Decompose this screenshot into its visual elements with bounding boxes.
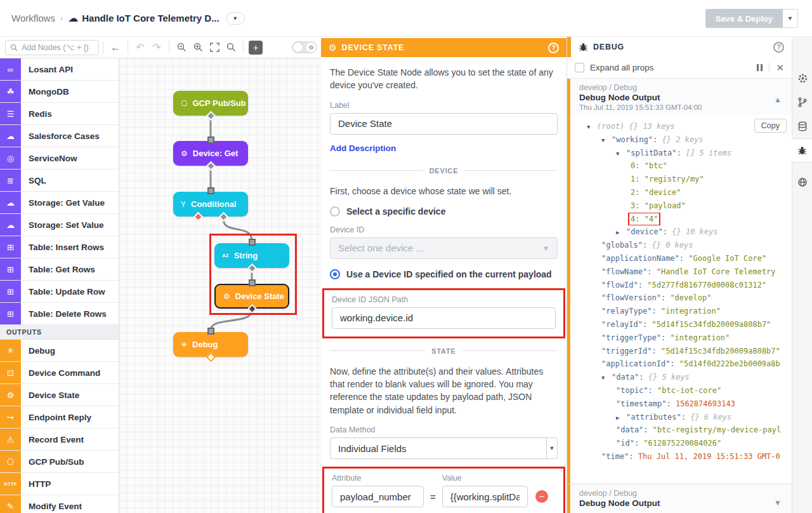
zoom-in-button[interactable] — [190, 39, 206, 56]
value-input[interactable] — [442, 486, 528, 507]
breadcrumb-workflows-link[interactable]: Workflows — [11, 13, 55, 23]
radio-icon[interactable] — [330, 206, 340, 217]
sidebar-item-device-command[interactable]: ⊡Device Command — [0, 362, 119, 384]
help-icon[interactable]: ? — [773, 42, 784, 53]
input-port[interactable] — [207, 137, 214, 143]
gear-icon: ⚙ — [306, 43, 316, 52]
sidebar-item-table-insert-rows[interactable]: ⊞Table: Insert Rows — [0, 236, 119, 258]
sidebar-item-label: Record Event — [21, 429, 84, 450]
copy-button[interactable]: Copy — [754, 119, 787, 133]
device-state-inspector: ⚙ DEVICE STATE ? The Device State Node a… — [321, 37, 567, 513]
expand-triangle-icon[interactable]: ▶ — [616, 411, 626, 424]
salesforce-cases-icon: ☁ — [0, 125, 21, 147]
sidebar-item-salesforce-cases[interactable]: ☁Salesforce Cases — [0, 125, 119, 147]
table-delete-rows-icon: ⊞ — [0, 303, 21, 324]
expand-caret-icon[interactable]: ▼ — [774, 498, 782, 507]
input-port[interactable] — [207, 328, 214, 335]
data-method-select[interactable]: Individual Fields ▼ — [330, 437, 558, 459]
json-tree-line[interactable]: ▼"working": {} 2 keys — [570, 133, 792, 147]
attribute-input[interactable] — [332, 486, 424, 507]
json-tree-line[interactable]: ▼"data": {} 5 keys — [570, 371, 792, 384]
undo-button[interactable]: ↶ — [132, 39, 148, 56]
input-port[interactable] — [207, 187, 214, 194]
sidebar-item-table-delete-rows[interactable]: ⊞Table: Delete Rows — [0, 303, 119, 325]
label-input[interactable] — [330, 113, 558, 135]
radio-device-id-payload[interactable]: Use a Device ID specified on the current… — [330, 269, 558, 279]
sidebar-item-losant-api[interactable]: ∞Losant API — [0, 58, 119, 81]
add-description-link[interactable]: Add Description — [330, 143, 396, 153]
sidebar-item-label: Table: Insert Rows — [21, 236, 104, 258]
save-deploy-caret-button[interactable]: ▼ — [783, 9, 798, 28]
expand-all-props-checkbox[interactable] — [575, 63, 584, 72]
sidebar-item-mongodb[interactable]: ☘MongoDB — [0, 81, 119, 103]
sidebar-item-gcp-pub-sub[interactable]: ⎔GCP Pub/Sub — [0, 451, 119, 473]
debug-message-header[interactable]: develop / Debug Debug Node Output Thu Ju… — [570, 79, 792, 115]
database-icon — [797, 121, 808, 131]
device-command-icon: ⊡ — [0, 362, 21, 383]
radio-select-specific-device[interactable]: Select a specific device — [330, 206, 558, 217]
close-icon[interactable]: ✕ — [776, 63, 784, 72]
sidebar-item-http[interactable]: HTTPHTTP — [0, 473, 119, 495]
gcp-pubsub-node-icon: ⎔ — [181, 99, 187, 108]
sidebar-item-table-get-rows[interactable]: ⊞Table: Get Rows — [0, 258, 119, 281]
sidebar-item-servicenow[interactable]: ◎ServiceNow — [0, 147, 119, 170]
add-nodes-search-input[interactable]: Add Nodes (⌥ + [) — [5, 40, 99, 55]
workflow-menu-button[interactable]: ▼ — [226, 12, 245, 25]
storage-tab[interactable] — [792, 114, 812, 138]
sidebar-item-storage-get-value[interactable]: ☁Storage: Get Value — [0, 192, 119, 214]
value-label: Value — [442, 474, 528, 483]
debug-message-collapsed[interactable]: develop / Debug Debug Node Output ▼ — [567, 484, 792, 513]
collapse-caret-icon[interactable]: ▲ — [774, 95, 782, 104]
find-node-button[interactable] — [223, 39, 239, 56]
radio-selected-icon[interactable] — [330, 269, 340, 279]
sidebar-item-sql[interactable]: ≣SQL — [0, 170, 119, 192]
collapse-palette-button[interactable]: ← — [107, 39, 124, 56]
collapse-triangle-icon[interactable]: ▼ — [587, 121, 597, 133]
debug-node-icon: ✳ — [181, 340, 187, 349]
conditional-node[interactable]: YConditional — [173, 192, 248, 217]
debug-mode-toggle[interactable]: ⚙ — [292, 41, 317, 53]
workflow-title: Handle IoT Core Telemetry D... — [82, 13, 219, 23]
settings-tab[interactable] — [792, 66, 812, 90]
device-id-json-path-input[interactable] — [332, 307, 556, 329]
sidebar-item-modify-event[interactable]: ✎Modify Event — [0, 495, 119, 513]
fit-to-screen-button[interactable] — [206, 39, 223, 56]
record-event-icon: ⚠ — [0, 429, 21, 450]
pause-icon[interactable] — [757, 64, 763, 71]
redo-button[interactable]: ↷ — [148, 39, 165, 56]
collapse-triangle-icon[interactable]: ▼ — [601, 371, 612, 384]
debug-tab[interactable] — [792, 138, 812, 163]
remove-attribute-button[interactable]: − — [535, 490, 548, 503]
globe-tab[interactable] — [792, 170, 812, 194]
workflow-canvas[interactable]: ⎔GCP Pub/Sub⚙Device: GetYConditionalAZSt… — [119, 58, 321, 513]
json-tree-line[interactable]: ▶"device": {} 10 keys — [570, 225, 792, 239]
node-palette: ∞Losant API☘MongoDB☰Redis☁Salesforce Cas… — [0, 58, 119, 513]
sidebar-item-label: Table: Update Row — [21, 281, 105, 302]
equals-sign: = — [430, 491, 436, 502]
sidebar-item-endpoint-reply[interactable]: ↪Endpoint Reply — [0, 406, 119, 429]
zoom-out-button[interactable] — [173, 39, 190, 56]
sidebar-item-debug[interactable]: ✳Debug — [0, 340, 119, 362]
collapse-triangle-icon[interactable]: ▼ — [601, 134, 612, 147]
help-icon[interactable]: ? — [548, 43, 559, 53]
collapse-triangle-icon[interactable]: ▼ — [616, 147, 626, 160]
add-annotation-button[interactable]: + — [249, 41, 263, 55]
json-tree-line[interactable]: ▼"splitData": [] 5 items — [570, 147, 792, 160]
sidebar-item-storage-set-value[interactable]: ☁Storage: Set Value — [0, 214, 119, 236]
sidebar-item-record-event[interactable]: ⚠Record Event — [0, 429, 119, 451]
globe-icon — [797, 177, 808, 187]
node-label: Debug — [192, 340, 218, 349]
sidebar-item-device-state[interactable]: ⚙Device State — [0, 384, 119, 406]
json-tree-line[interactable]: ▶"attributes": {} 6 keys — [570, 411, 792, 424]
sidebar-item-label: Table: Delete Rows — [21, 303, 107, 324]
save-deploy-button[interactable]: Save & Deploy — [705, 9, 783, 28]
expand-triangle-icon[interactable]: ▶ — [616, 226, 626, 239]
json-tree-line: "applicationId": "5d14f0d222be2b0009a8b — [570, 357, 792, 371]
input-port[interactable] — [249, 279, 256, 286]
json-tree-line: 3: "payload" — [570, 199, 792, 213]
versions-tab[interactable] — [792, 90, 812, 114]
input-port[interactable] — [249, 239, 256, 246]
sidebar-item-redis[interactable]: ☰Redis — [0, 103, 119, 125]
sidebar-item-table-update-row[interactable]: ⊞Table: Update Row — [0, 281, 119, 303]
json-tree-line: "id": "612875220084026" — [570, 437, 792, 450]
